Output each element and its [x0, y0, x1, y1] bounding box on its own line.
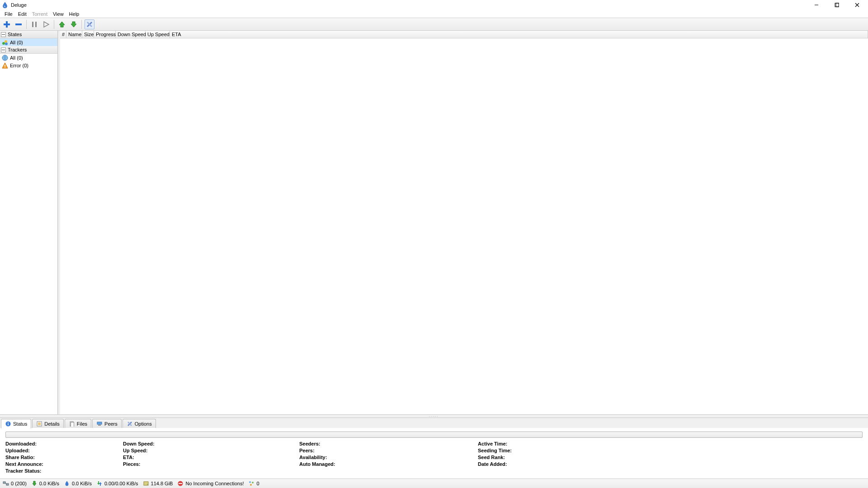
svg-marker-11: [59, 22, 65, 27]
svg-marker-40: [97, 481, 100, 485]
menubar: File Edit Torrent View Help: [0, 10, 868, 18]
warning-icon: [2, 62, 8, 69]
minus-icon: [14, 20, 23, 28]
tab-status[interactable]: Status: [1, 419, 31, 428]
middle-region: States All (0) Trackers All (0): [0, 31, 868, 415]
close-button[interactable]: [847, 0, 867, 10]
column-headers: # Name Size Progress Down Speed Up Speed…: [60, 31, 868, 38]
preferences-button[interactable]: [85, 19, 94, 29]
collapse-icon[interactable]: [1, 47, 6, 52]
sb-disk-space[interactable]: 114.8 GiB: [143, 480, 173, 487]
pause-button[interactable]: [29, 19, 39, 29]
files-icon: [69, 421, 75, 427]
dht-icon: [248, 480, 255, 487]
down-arrow-icon: [70, 21, 77, 28]
toolbar-separator: [54, 20, 54, 29]
window: Deluge File Edit Torrent View Help: [0, 0, 868, 488]
minimize-button[interactable]: [806, 0, 826, 10]
lbl-eta: ETA:: [123, 454, 299, 460]
sidebar-states-header[interactable]: States: [0, 31, 57, 38]
tab-options-label: Options: [135, 421, 152, 427]
toolbar-separator: [81, 20, 82, 29]
sidebar-trackers-error[interactable]: Error (0): [0, 61, 57, 69]
resume-button[interactable]: [41, 19, 51, 29]
sb-dht-nodes[interactable]: 0: [248, 480, 259, 487]
peers-icon: [96, 421, 103, 427]
svg-rect-9: [35, 22, 37, 27]
add-torrent-button[interactable]: [2, 19, 12, 29]
tab-files-label: Files: [77, 421, 87, 427]
menu-file[interactable]: File: [2, 11, 15, 17]
col-name[interactable]: Name: [66, 31, 82, 38]
sb-protocol-traffic[interactable]: 0.00/0.00 KiB/s: [96, 480, 138, 487]
svg-rect-1: [835, 3, 839, 7]
col-up-speed[interactable]: Up Speed: [146, 31, 170, 38]
traffic-icon: [96, 480, 103, 487]
disk-icon: [143, 480, 149, 487]
torrent-list-body[interactable]: [60, 38, 868, 414]
plus-icon: [3, 20, 11, 28]
svg-marker-10: [44, 22, 49, 27]
play-icon: [42, 21, 50, 28]
menu-help[interactable]: Help: [66, 11, 82, 17]
up-arrow-icon: [58, 21, 66, 28]
menu-edit[interactable]: Edit: [15, 11, 29, 17]
sidebar-states-all[interactable]: All (0): [0, 38, 57, 46]
torrent-list: # Name Size Progress Down Speed Up Speed…: [60, 31, 868, 414]
tab-details[interactable]: Details: [32, 419, 64, 428]
tab-files[interactable]: Files: [65, 419, 91, 428]
queue-up-button[interactable]: [57, 19, 67, 29]
col-size[interactable]: Size: [82, 31, 94, 38]
col-down-speed[interactable]: Down Speed: [116, 31, 146, 38]
lbl-seeding-time: Seeding Time:: [478, 447, 863, 454]
sidebar-trackers-all[interactable]: All (0): [0, 54, 57, 61]
svg-rect-36: [3, 482, 5, 483]
window-title: Deluge: [11, 2, 27, 8]
svg-rect-21: [5, 65, 5, 66]
col-num[interactable]: #: [60, 31, 66, 38]
collapse-icon[interactable]: [1, 32, 6, 37]
svg-rect-31: [71, 422, 74, 427]
sb-health-warning[interactable]: No Incoming Connections!: [177, 480, 244, 487]
lbl-tracker-status: Tracker Status:: [5, 468, 123, 474]
tab-options[interactable]: Options: [123, 419, 156, 428]
lbl-seeders: Seeders:: [299, 441, 478, 447]
details-icon: [36, 421, 42, 427]
svg-rect-8: [32, 22, 33, 27]
lbl-date-added: Date Added:: [478, 461, 863, 467]
col-progress[interactable]: Progress: [94, 31, 116, 38]
svg-rect-32: [97, 422, 102, 424]
lbl-share-ratio: Share Ratio:: [5, 454, 123, 460]
all-icon: [2, 39, 8, 46]
tab-peers-label: Peers: [104, 421, 118, 427]
sidebar-trackers-error-label: Error (0): [10, 63, 28, 68]
sb-warning-text: No Incoming Connections!: [185, 481, 244, 486]
tab-peers[interactable]: Peers: [92, 419, 122, 428]
svg-point-17: [5, 40, 7, 43]
svg-rect-33: [98, 425, 101, 426]
sidebar-states-label: States: [8, 32, 22, 37]
network-icon: [3, 480, 9, 487]
sb-connections[interactable]: 0 (200): [3, 480, 27, 487]
lbl-peers: Peers:: [299, 447, 478, 454]
sidebar-trackers-header[interactable]: Trackers: [0, 46, 57, 54]
sb-upload-speed[interactable]: 0.0 KiB/s: [64, 480, 92, 487]
lbl-downloaded: Downloaded:: [5, 441, 123, 447]
col-eta[interactable]: ETA: [170, 31, 868, 38]
sidebar-states-all-label: All (0): [10, 40, 23, 45]
queue-down-button[interactable]: [69, 19, 79, 29]
pause-icon: [31, 21, 38, 28]
close-icon: [855, 3, 859, 7]
sidebar-trackers-all-label: All (0): [10, 55, 23, 61]
sb-dht-text: 0: [256, 481, 259, 486]
svg-rect-25: [8, 422, 9, 423]
maximize-button[interactable]: [826, 0, 847, 10]
window-controls: [806, 0, 867, 10]
download-icon: [31, 480, 38, 487]
details-tabs: Status Details Files Peers Options: [0, 418, 868, 428]
info-icon: [5, 421, 11, 427]
menu-view[interactable]: View: [50, 11, 66, 17]
remove-torrent-button[interactable]: [14, 19, 24, 29]
sb-download-speed[interactable]: 0.0 KiB/s: [31, 480, 59, 487]
titlebar: Deluge: [0, 0, 868, 10]
